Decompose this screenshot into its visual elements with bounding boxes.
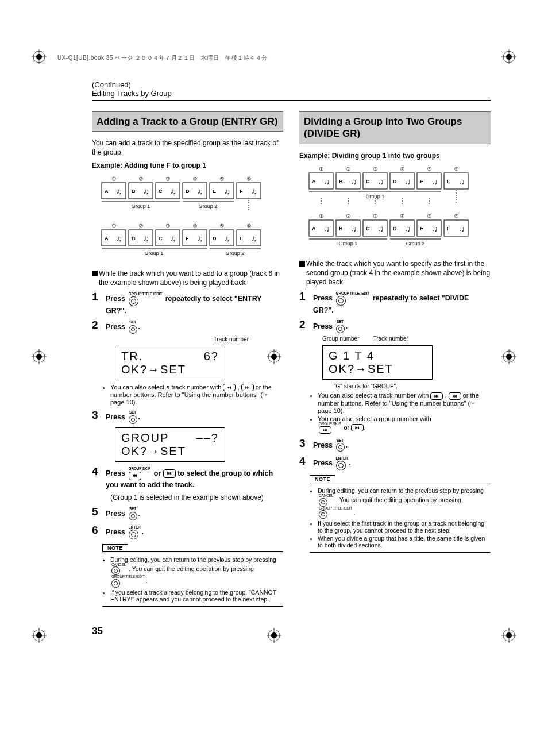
svg-text:♫: ♫ <box>170 234 176 243</box>
svg-text:♫: ♫ <box>377 224 384 233</box>
svg-text:E: E <box>420 226 423 232</box>
svg-text:♫: ♫ <box>377 177 384 186</box>
svg-text:➄: ➄ <box>427 167 431 172</box>
svg-text:➁: ➁ <box>139 176 143 182</box>
group-title-edit-button-icon: GROUP TITLE /EDIT <box>111 575 145 588</box>
svg-text:C: C <box>159 188 163 194</box>
continued-label: (Continued) <box>92 80 491 89</box>
display-screen: G 1 T 4 OK?→SET <box>322 345 433 380</box>
track-diagram-after: ➀➁➂➃➄➅ ABCFDE ♫♫♫♫♫♫ Group 1 Group 2 <box>100 222 267 264</box>
precondition: While the track which you want to add to… <box>92 269 283 287</box>
svg-text:A: A <box>312 226 316 232</box>
group-skip-prev-icon: ⏮ <box>351 424 364 431</box>
svg-text:♫: ♫ <box>143 187 149 196</box>
step-number: 2 <box>299 318 313 331</box>
note-label: NOTE <box>310 475 335 483</box>
svg-text:♫: ♫ <box>143 234 149 243</box>
enter-button-icon: ENTER <box>129 526 141 539</box>
svg-text:♫: ♫ <box>404 177 411 186</box>
svg-text:➁: ➁ <box>346 167 350 172</box>
svg-text:➃: ➃ <box>193 223 197 229</box>
svg-text:B: B <box>132 188 136 194</box>
svg-text:➃: ➃ <box>193 176 197 182</box>
svg-text:➁: ➁ <box>139 223 143 229</box>
set-button-icon: SET <box>129 321 137 334</box>
note-bullet: You can also select a track number with … <box>110 384 283 406</box>
svg-text:B: B <box>339 179 343 184</box>
svg-text:Group 1: Group 1 <box>339 241 358 246</box>
note-item: When you divide a group that has a title… <box>318 535 491 549</box>
group-title-edit-button-icon: GROUP TITLE /EDIT <box>129 292 163 306</box>
note-label: NOTE <box>102 544 128 552</box>
precondition: While the track which you want to specif… <box>299 259 491 287</box>
svg-text:Group 2: Group 2 <box>199 203 218 209</box>
prev-track-icon: ⏮ <box>430 392 443 400</box>
next-track-icon: ⏭ <box>449 392 461 400</box>
svg-text:♫: ♫ <box>224 234 230 243</box>
svg-text:♫: ♫ <box>431 177 438 186</box>
set-button-icon: SET <box>129 507 137 520</box>
next-track-icon: ⏭ <box>241 384 254 391</box>
note-item: If you select the first track in the gro… <box>318 520 491 534</box>
svg-text:Group 2: Group 2 <box>226 250 245 256</box>
svg-text:➃: ➃ <box>400 167 404 172</box>
display-screen: TR.6? OK?→SET <box>115 346 225 380</box>
example-label: Example: Adding tune F to group 1 <box>92 161 283 170</box>
right-column: Dividing a Group into Two Groups (DIVIDE… <box>299 111 491 611</box>
svg-text:♫: ♫ <box>404 224 411 233</box>
prev-track-icon: ⏮ <box>223 384 236 391</box>
svg-text:F: F <box>240 188 243 194</box>
svg-text:♫: ♫ <box>350 224 357 233</box>
divider <box>92 100 491 101</box>
svg-text:♫: ♫ <box>323 177 330 186</box>
step-number: 5 <box>92 506 106 518</box>
cancel-button-icon: CANCEL <box>319 494 333 507</box>
svg-text:♫: ♫ <box>350 177 357 186</box>
svg-text:♫: ♫ <box>251 234 257 243</box>
note-bullet: You can also select a group number with … <box>318 415 491 434</box>
note-item: During editing, you can return to the pr… <box>318 487 491 519</box>
group-title-edit-button-icon: GROUP TITLE /EDIT <box>319 507 352 519</box>
svg-text:➅: ➅ <box>454 167 458 172</box>
svg-text:➅: ➅ <box>247 176 251 182</box>
svg-text:➂: ➂ <box>373 214 377 219</box>
svg-text:➂: ➂ <box>166 176 170 182</box>
note-divider <box>310 483 491 484</box>
svg-text:D: D <box>393 226 397 232</box>
svg-text:A: A <box>312 179 316 184</box>
svg-text:➀: ➀ <box>319 167 323 172</box>
svg-text:➅: ➅ <box>247 223 251 229</box>
svg-text:A: A <box>105 236 109 241</box>
svg-text:➀: ➀ <box>112 223 116 229</box>
note-divider <box>310 552 491 553</box>
track-diagram-before: ➀➁➂➃➄➅ ABCDEF ♫♫♫♫♫♫ Group 1 <box>307 165 474 207</box>
svg-text:Group 1: Group 1 <box>132 203 150 209</box>
svg-text:➃: ➃ <box>400 214 404 219</box>
note-item: If you select a track already belonging … <box>110 589 283 603</box>
svg-text:♫: ♫ <box>197 187 203 196</box>
svg-text:♫: ♫ <box>323 224 330 233</box>
svg-text:♫: ♫ <box>197 234 203 243</box>
svg-text:➀: ➀ <box>319 214 323 219</box>
svg-text:E: E <box>213 188 216 194</box>
group-skip-prev-icon: ⏮ <box>163 469 176 477</box>
svg-text:D: D <box>393 179 397 184</box>
svg-text:Group 2: Group 2 <box>406 241 425 246</box>
left-column: Adding a Track to a Group (ENTRY GR) You… <box>92 111 283 611</box>
step-number: 4 <box>299 455 313 468</box>
section-title: Editing Tracks by Group <box>92 89 491 98</box>
svg-text:♫: ♫ <box>431 224 438 233</box>
svg-text:➄: ➄ <box>220 223 224 229</box>
svg-text:➄: ➄ <box>220 176 224 182</box>
step-number: 4 <box>92 465 106 478</box>
note-item: During editing, you can return to the pr… <box>110 556 283 588</box>
enter-button-icon: ENTER <box>336 457 348 470</box>
svg-text:C: C <box>366 179 370 184</box>
svg-text:➂: ➂ <box>373 167 377 172</box>
note-divider <box>102 606 283 607</box>
group-skip-next-icon: GROUP SKIP ⏭ <box>129 467 151 480</box>
intro-text: You can add a track to the specified gro… <box>92 138 283 157</box>
svg-text:E: E <box>420 179 423 184</box>
set-button-icon: SET <box>336 320 345 333</box>
cancel-button-icon: CANCEL <box>111 563 126 576</box>
